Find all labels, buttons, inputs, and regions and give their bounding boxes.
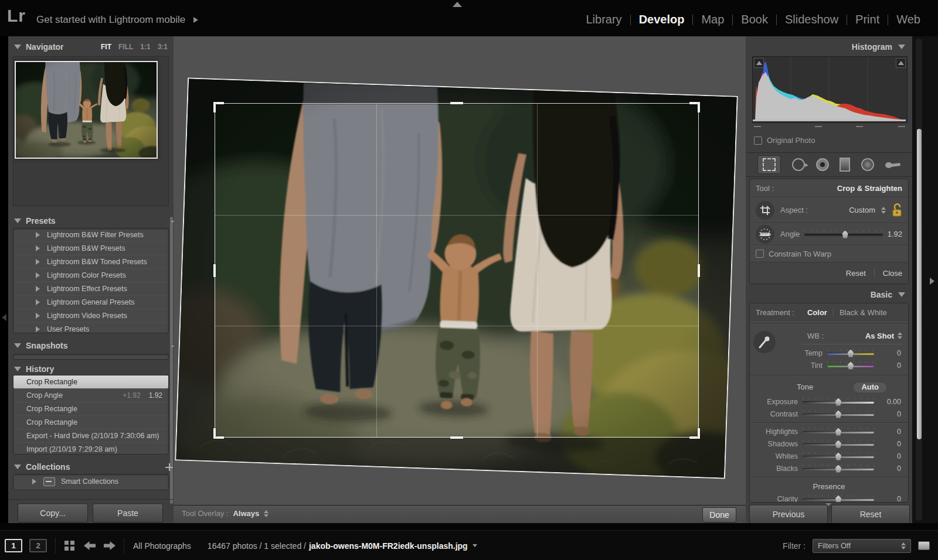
filter-toggle-icon[interactable] [918, 541, 930, 550]
constrain-warp-checkbox[interactable] [756, 250, 764, 258]
left-panel-collapse-arrow[interactable] [2, 314, 6, 321]
main-window-button[interactable]: 1 [5, 539, 22, 552]
module-slideshow[interactable]: Slideshow [777, 13, 847, 26]
zoom-mode-fit[interactable]: FIT [101, 43, 111, 51]
aspect-value[interactable]: Custom [849, 206, 875, 214]
expand-icon[interactable] [36, 326, 40, 332]
crop-handle-top-right[interactable] [698, 102, 700, 112]
clarity-slider[interactable] [803, 495, 874, 503]
wb-eyedropper-well[interactable] [753, 331, 776, 353]
second-window-button[interactable]: 2 [29, 539, 47, 552]
history-step[interactable]: Crop Angle+1.921.92 [13, 388, 168, 402]
history-step[interactable]: Crop Rectangle [13, 415, 168, 429]
constrain-warp-row[interactable]: Constrain To Warp [750, 245, 908, 262]
tool-overlay-stepper[interactable] [264, 510, 269, 517]
crop-frame-icon-well[interactable] [756, 201, 774, 220]
presets-header[interactable]: Presets [8, 214, 185, 228]
navigator-header[interactable]: Navigator FIT FILL 1:1 3:1 [8, 40, 185, 54]
basic-header[interactable]: Basic [746, 288, 912, 302]
highlights-value[interactable]: 0 [879, 428, 901, 436]
preset-group[interactable]: User Presets [13, 322, 168, 336]
clarity-value[interactable]: 0 [879, 495, 901, 503]
done-button[interactable]: Done [702, 507, 736, 523]
zoom-mode-3-1[interactable]: 3:1 [158, 43, 168, 51]
original-photo-toggle[interactable]: Original Photo [754, 136, 815, 145]
preset-group[interactable]: Lightroom Color Presets [13, 268, 168, 282]
module-develop[interactable]: Develop [631, 13, 693, 26]
copy-button[interactable]: Copy... [18, 504, 88, 523]
auto-tone-button[interactable]: Auto [853, 381, 887, 392]
shadows-slider[interactable] [803, 440, 874, 448]
histogram-header[interactable]: Histogram [746, 40, 912, 54]
graduated-filter-icon[interactable] [840, 158, 850, 172]
collections-header[interactable]: Collections [8, 460, 185, 474]
module-map[interactable]: Map [693, 13, 732, 26]
history-step-selected[interactable]: Crop Rectangle [13, 375, 168, 388]
straighten-icon-well[interactable] [756, 225, 774, 244]
module-library[interactable]: Library [577, 13, 630, 26]
history-header[interactable]: History [8, 362, 185, 376]
history-step[interactable]: Import (2/10/19 7:29:28 am) [13, 442, 168, 456]
treatment-black-white[interactable]: Black & White [840, 308, 887, 317]
filmstrip-menu-icon[interactable] [473, 544, 477, 547]
angle-value[interactable]: 1.92 [888, 230, 902, 238]
filter-stepper[interactable] [901, 542, 906, 549]
expand-icon[interactable] [36, 272, 40, 278]
expand-icon[interactable] [36, 313, 40, 319]
expand-icon[interactable] [36, 232, 40, 238]
preset-group[interactable]: Lightroom B&W Toned Presets [13, 255, 168, 268]
exposure-value[interactable]: 0.00 [879, 398, 901, 406]
preset-group[interactable]: Lightroom Effect Presets [13, 282, 168, 295]
filter-dropdown[interactable]: Filters Off [813, 539, 911, 553]
shadows-value[interactable]: 0 [879, 440, 901, 448]
expand-icon[interactable] [36, 299, 40, 305]
temp-value[interactable]: 0 [879, 349, 901, 357]
blacks-value[interactable]: 0 [879, 465, 901, 473]
crop-handle-top[interactable] [450, 102, 463, 104]
top-panel-collapse-arrow[interactable] [453, 2, 462, 7]
grid-view-icon[interactable] [64, 541, 74, 551]
original-photo-checkbox[interactable] [754, 136, 762, 145]
spot-removal-icon[interactable] [792, 158, 805, 171]
crop-handle-bottom[interactable] [450, 436, 463, 439]
reset-button[interactable]: Reset [831, 505, 910, 524]
tint-slider[interactable] [827, 361, 874, 370]
preset-group[interactable]: Lightroom B&W Presets [13, 241, 168, 255]
navigator-thumbnail[interactable] [15, 61, 158, 159]
previous-button[interactable]: Previous [749, 505, 828, 524]
radial-filter-icon[interactable] [861, 158, 874, 171]
angle-slider[interactable] [804, 230, 882, 238]
adjustment-brush-icon[interactable] [885, 159, 900, 170]
next-photo-icon[interactable] [104, 541, 115, 550]
treatment-color[interactable]: Color [807, 308, 827, 317]
module-book[interactable]: Book [733, 13, 776, 26]
crop-handle-right[interactable] [698, 264, 700, 277]
module-web[interactable]: Web [888, 13, 929, 26]
paste-button[interactable]: Paste [93, 504, 163, 523]
zoom-mode-1-1[interactable]: 1:1 [140, 43, 150, 51]
right-panel-collapse-arrow[interactable] [930, 278, 934, 285]
catalog-source[interactable]: All Photographs [133, 541, 191, 551]
highlights-slider[interactable] [803, 428, 874, 436]
whites-value[interactable]: 0 [879, 452, 901, 460]
exposure-slider[interactable] [803, 398, 874, 406]
tint-value[interactable]: 0 [879, 361, 901, 370]
shadow-clipping-indicator[interactable] [754, 58, 764, 68]
temp-slider[interactable] [827, 349, 874, 357]
previous-photo-icon[interactable] [84, 541, 96, 550]
contrast-slider[interactable] [803, 410, 874, 418]
expand-icon[interactable] [32, 479, 36, 484]
crop-close-button[interactable]: Close [883, 269, 902, 278]
add-collection-icon[interactable] [165, 463, 173, 471]
expand-icon[interactable] [36, 245, 40, 251]
preset-group[interactable]: Lightroom General Presets [13, 295, 168, 309]
crop-handle-bottom-right[interactable] [698, 428, 700, 439]
collection-smart-collections[interactable]: Smart Collections [13, 474, 168, 489]
crop-handle-top-left[interactable] [213, 102, 216, 112]
crop-handle-left[interactable] [213, 264, 216, 277]
zoom-mode-fill[interactable]: FILL [118, 43, 133, 51]
contrast-value[interactable]: 0 [879, 410, 901, 418]
red-eye-icon[interactable] [816, 158, 829, 171]
identity-plate[interactable]: Get started with Lightroom mobile [36, 14, 198, 26]
aspect-stepper[interactable] [881, 207, 886, 214]
